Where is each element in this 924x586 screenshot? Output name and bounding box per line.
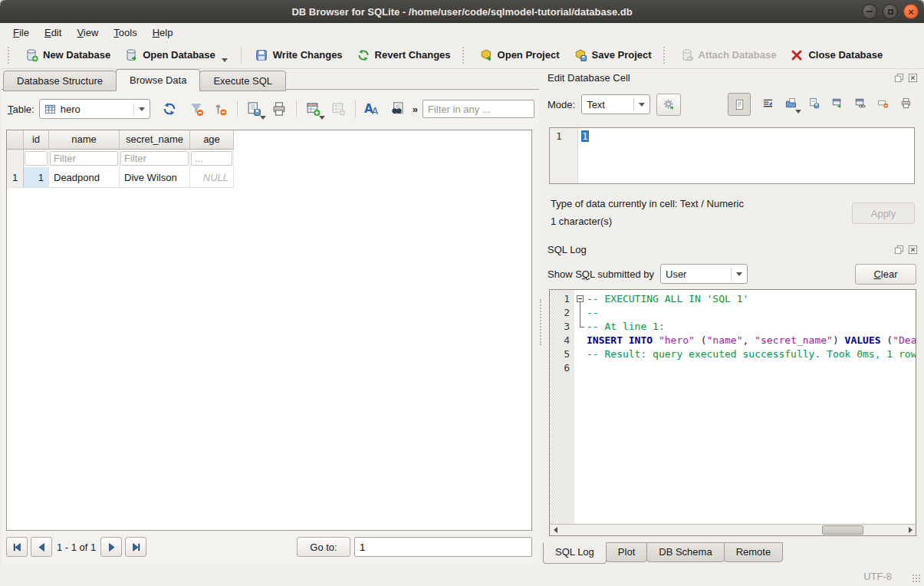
maximize-button[interactable] <box>883 4 898 19</box>
submitted-by-select[interactable]: User <box>660 264 748 284</box>
close-button[interactable]: × <box>903 4 919 19</box>
menu-help[interactable]: Help <box>146 25 180 40</box>
close-database-button[interactable]: Close Database <box>783 45 889 65</box>
scrollbar-thumb[interactable] <box>822 525 863 535</box>
tab-database-structure[interactable]: Database Structure <box>3 71 117 91</box>
toolbar-handle[interactable] <box>8 47 13 64</box>
clear-sort-button[interactable] <box>210 99 231 119</box>
clear-button[interactable]: Clear <box>855 264 916 285</box>
first-record-button[interactable] <box>6 537 28 557</box>
menu-edit[interactable]: Edit <box>38 25 68 40</box>
new-record-dropdown-icon[interactable] <box>319 116 325 120</box>
previous-record-button[interactable] <box>31 537 52 557</box>
new-database-button[interactable]: New Database <box>18 45 117 65</box>
save-project-button[interactable]: Save Project <box>567 45 659 65</box>
resize-grip[interactable] <box>912 574 921 583</box>
open-project-button[interactable]: Open Project <box>472 45 567 65</box>
cell-editor[interactable]: 1 1 <box>549 127 915 184</box>
horizontal-scrollbar[interactable] <box>550 524 916 535</box>
next-record-button[interactable] <box>100 537 122 557</box>
menu-file[interactable]: File <box>6 25 36 40</box>
revert-changes-button[interactable]: Revert Changes <box>350 45 458 65</box>
cell-id[interactable]: 1 <box>24 167 49 188</box>
pane-splitter[interactable] <box>539 69 541 565</box>
filter-input-age[interactable] <box>191 151 232 166</box>
row-number[interactable]: 1 <box>7 167 24 188</box>
open-database-dropdown-icon[interactable] <box>222 58 228 62</box>
export-table-button[interactable] <box>244 99 265 119</box>
cell-name[interactable]: Deadpond <box>49 167 120 188</box>
import-dropdown-icon[interactable] <box>795 110 801 114</box>
minimize-button[interactable] <box>862 4 877 19</box>
print-table-button[interactable] <box>269 99 290 119</box>
column-header-age[interactable]: age <box>190 130 234 150</box>
float-icon <box>894 73 904 83</box>
menu-view[interactable]: View <box>70 25 105 40</box>
tab-sql-log[interactable]: SQL Log <box>543 542 607 564</box>
toolbar-handle[interactable] <box>663 47 669 64</box>
encoding-indicator[interactable]: UTF-8 <box>863 571 892 582</box>
goto-input[interactable] <box>354 537 532 557</box>
last-record-button[interactable] <box>125 537 146 557</box>
set-null-button[interactable] <box>877 97 889 111</box>
toolbar-handle[interactable] <box>462 47 468 64</box>
cell-editor-line-number: 1 <box>550 128 578 183</box>
tab-execute-sql[interactable]: Execute SQL <box>199 71 286 91</box>
column-header-id[interactable]: id <box>24 130 49 150</box>
cell-mode-row: Mode: Text <box>547 94 916 115</box>
scroll-right-button[interactable] <box>905 525 916 535</box>
tab-browse-data[interactable]: Browse Data <box>116 69 200 91</box>
import-text-button[interactable] <box>785 97 797 111</box>
close-dock-button[interactable] <box>907 244 918 255</box>
tab-plot[interactable]: Plot <box>606 542 647 562</box>
float-dock-button[interactable] <box>893 72 904 83</box>
open-database-button[interactable]: Open Database <box>117 45 235 65</box>
filter-input-secret-name[interactable] <box>120 151 189 166</box>
table-select[interactable]: hero <box>39 99 150 119</box>
scrollbar-track[interactable] <box>561 525 905 535</box>
filter-any-input[interactable] <box>423 100 534 118</box>
open-database-label: Open Database <box>143 49 215 61</box>
open-external-button[interactable] <box>831 97 843 111</box>
export-table-dropdown-icon[interactable] <box>260 116 266 120</box>
close-dock-button[interactable] <box>907 72 918 83</box>
sql-log-line: 3-- At line 1: <box>550 320 916 334</box>
gear-icon <box>663 99 675 110</box>
filter-input-name[interactable] <box>50 151 118 166</box>
sql-log-editor[interactable]: 1-- EXECUTING ALL IN 'SQL 1'2--3-- At li… <box>549 289 916 536</box>
menu-tools[interactable]: Tools <box>107 25 143 40</box>
sql-log-line: 4INSERT INTO "hero" ("name", "secret_nam… <box>550 334 916 347</box>
float-dock-button[interactable] <box>893 244 904 255</box>
word-wrap-button[interactable] <box>762 97 774 111</box>
close-database-icon <box>790 48 804 62</box>
scroll-left-button[interactable] <box>550 525 561 535</box>
tab-remote[interactable]: Remote <box>724 542 784 562</box>
new-record-button[interactable] <box>303 99 324 119</box>
grid-corner[interactable] <box>7 130 24 150</box>
delete-record-icon <box>330 101 346 117</box>
goto-button[interactable]: Go to: <box>297 537 350 557</box>
title-bar[interactable]: DB Browser for SQLite - /home/user/code/… <box>0 0 924 23</box>
print-cell-button[interactable] <box>900 97 912 111</box>
link-cell-button[interactable] <box>854 97 866 111</box>
clear-filters-button[interactable] <box>186 99 207 119</box>
write-changes-button[interactable]: Write Changes <box>248 45 350 65</box>
tab-db-schema[interactable]: DB Schema <box>646 542 724 562</box>
cell-age[interactable]: NULL <box>190 167 234 188</box>
font-format-button[interactable]: A A <box>362 99 383 119</box>
column-header-secret-name[interactable]: secret_name <box>120 130 190 150</box>
edit-cell-title: Edit Database Cell <box>547 72 630 84</box>
text-mode-button[interactable] <box>728 93 751 116</box>
open-database-icon <box>124 48 138 62</box>
toolbar-overflow-indicator[interactable]: » <box>413 104 418 115</box>
filter-input-id[interactable] <box>25 151 48 166</box>
column-header-name[interactable]: name <box>49 130 120 150</box>
cell-editor-content[interactable]: 1 <box>578 128 589 183</box>
close-icon: × <box>908 7 914 17</box>
mode-select[interactable]: Text <box>581 94 650 114</box>
refresh-button[interactable] <box>159 99 180 119</box>
auto-switch-mode-button[interactable] <box>656 94 681 116</box>
export-text-button[interactable] <box>808 97 820 111</box>
cell-secret-name[interactable]: Dive Wilson <box>120 167 190 188</box>
find-record-button[interactable] <box>387 99 408 119</box>
